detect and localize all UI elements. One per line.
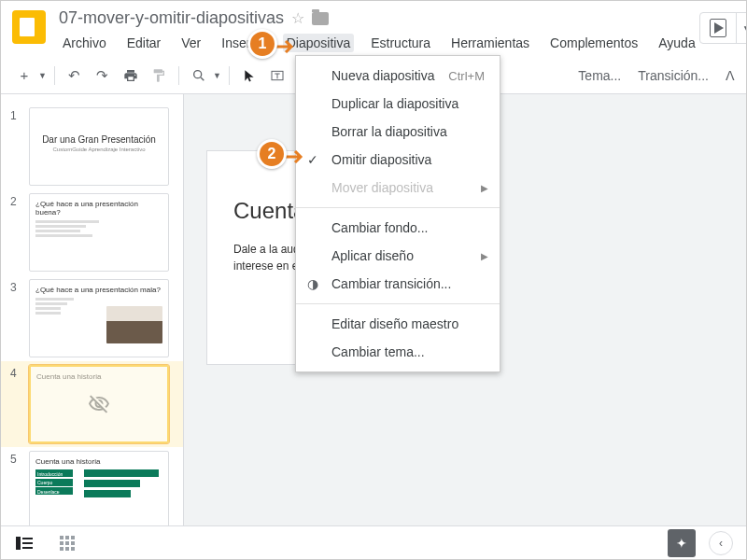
transition-button[interactable]: Transición... — [638, 68, 709, 83]
thumb-title: ¿Qué hace a una presentación buena? — [35, 200, 162, 217]
svg-rect-4 — [22, 538, 33, 539]
menu-archivo[interactable]: Archivo — [59, 34, 110, 52]
thumb-title: Cuenta una historia — [35, 457, 162, 466]
dd-cambiar-transicion[interactable]: ◑ Cambiar transición... — [296, 270, 500, 298]
scroll-left-button[interactable]: ‹ — [709, 531, 733, 555]
explore-button[interactable]: ✦ — [668, 529, 696, 557]
menu-estructura[interactable]: Estructura — [367, 34, 434, 52]
dd-aplicar-diseno[interactable]: Aplicar diseño ▶ — [296, 242, 500, 270]
present-dropdown-icon[interactable]: ▼ — [737, 23, 747, 34]
svg-rect-15 — [71, 547, 75, 551]
zoom-dropdown-icon[interactable]: ▼ — [213, 71, 221, 80]
thumb-subtitle: CustomGuide Aprendizaje Interactivo — [35, 147, 162, 152]
dd-borrar[interactable]: Borrar la diapositiva — [296, 118, 500, 146]
slide-thumb-4[interactable]: 4 Cuenta una historia — [1, 361, 183, 447]
theme-button[interactable]: Tema... — [578, 68, 621, 83]
slide-number: 1 — [10, 107, 21, 186]
thumb-title: Dar una Gran Presentación — [35, 134, 162, 145]
svg-rect-8 — [65, 536, 69, 539]
svg-rect-5 — [22, 542, 33, 544]
thumb-title: Cuenta una historia — [36, 372, 162, 381]
slide-thumb-3[interactable]: 3 ¿Qué hace a una presentación mala? — [1, 275, 183, 361]
document-title[interactable]: 07-mover-y-omitir-diapositivas — [59, 8, 284, 28]
collapse-icon[interactable]: ᐱ — [726, 68, 735, 83]
svg-rect-11 — [65, 541, 69, 545]
slide-thumb-1[interactable]: 1 Dar una Gran Presentación CustomGuide … — [1, 104, 183, 189]
menu-complementos[interactable]: Complementos — [546, 34, 641, 52]
svg-rect-10 — [60, 541, 63, 545]
svg-rect-9 — [71, 536, 75, 539]
slide-number: 2 — [10, 193, 21, 272]
hidden-eye-icon — [88, 393, 110, 415]
folder-icon[interactable] — [312, 12, 329, 25]
svg-rect-13 — [60, 547, 63, 551]
slide-number: 5 — [10, 451, 21, 525]
redo-button[interactable]: ↷ — [91, 63, 115, 88]
svg-rect-7 — [60, 536, 63, 539]
slide-thumb-5[interactable]: 5 Cuenta una historia Introducción Cuerp… — [1, 447, 183, 525]
slide-thumb-2[interactable]: 2 ¿Qué hace a una presentación buena? — [1, 189, 183, 275]
slide-number: 4 — [10, 365, 21, 443]
svg-line-1 — [201, 77, 204, 80]
slide-panel: 1 Dar una Gran Presentación CustomGuide … — [1, 94, 184, 525]
shortcut-label: Ctrl+M — [448, 69, 485, 83]
textbox-tool[interactable] — [265, 63, 289, 88]
thumb-bar: Cuerpo — [35, 479, 73, 486]
paint-format-button[interactable] — [147, 63, 171, 88]
thumb-image — [106, 306, 162, 343]
dd-duplicar[interactable]: Duplicar la diapositiva — [296, 90, 500, 118]
slide-number: 3 — [10, 279, 21, 357]
diapositiva-dropdown: Nueva diapositiva Ctrl+M Duplicar la dia… — [295, 55, 500, 372]
new-slide-dropdown-icon[interactable]: ▼ — [38, 71, 47, 80]
svg-rect-14 — [65, 547, 69, 551]
submenu-arrow-icon: ▶ — [481, 183, 488, 193]
menu-bar: Archivo Editar Ver Insertar Diapositiva … — [59, 34, 699, 52]
svg-point-0 — [194, 70, 202, 77]
dd-cambiar-tema[interactable]: Cambiar tema... — [296, 338, 500, 366]
thumb-bar: Introducción — [35, 469, 73, 477]
check-icon: ✓ — [307, 152, 318, 167]
present-button[interactable]: ▼ — [699, 12, 747, 44]
new-slide-button[interactable]: + — [12, 63, 36, 88]
annotation-2: 2 — [257, 139, 287, 169]
grid-view-button[interactable] — [57, 533, 78, 553]
menu-herramientas[interactable]: Herramientas — [447, 34, 533, 52]
transition-icon: ◑ — [307, 276, 318, 291]
menu-ver[interactable]: Ver — [177, 34, 204, 52]
annotation-1: 1 — [247, 29, 277, 59]
menu-editar[interactable]: Editar — [123, 34, 165, 52]
dd-cambiar-fondo[interactable]: Cambiar fondo... — [296, 214, 500, 242]
thumb-title: ¿Qué hace a una presentación mala? — [35, 286, 162, 294]
svg-rect-3 — [16, 537, 21, 550]
menu-ayuda[interactable]: Ayuda — [655, 34, 698, 52]
svg-rect-12 — [71, 541, 75, 545]
star-icon[interactable]: ☆ — [291, 9, 304, 27]
dd-mover: Mover diapositiva ▶ — [296, 174, 500, 202]
select-tool[interactable] — [237, 63, 261, 88]
print-button[interactable] — [119, 63, 143, 88]
slides-app-icon[interactable] — [12, 10, 46, 44]
bottom-bar: ✦ ‹ — [1, 525, 746, 559]
svg-rect-6 — [22, 547, 33, 549]
thumb-bar: Desenlace — [35, 487, 73, 495]
dd-editar-maestro[interactable]: Editar diseño maestro — [296, 310, 500, 338]
dd-nueva-diapositiva[interactable]: Nueva diapositiva Ctrl+M — [296, 62, 500, 90]
filmstrip-view-button[interactable] — [14, 533, 35, 553]
undo-button[interactable]: ↶ — [63, 63, 87, 88]
dd-omitir[interactable]: ✓ Omitir diapositiva — [296, 146, 500, 174]
zoom-button[interactable] — [187, 63, 211, 88]
submenu-arrow-icon: ▶ — [481, 251, 488, 261]
